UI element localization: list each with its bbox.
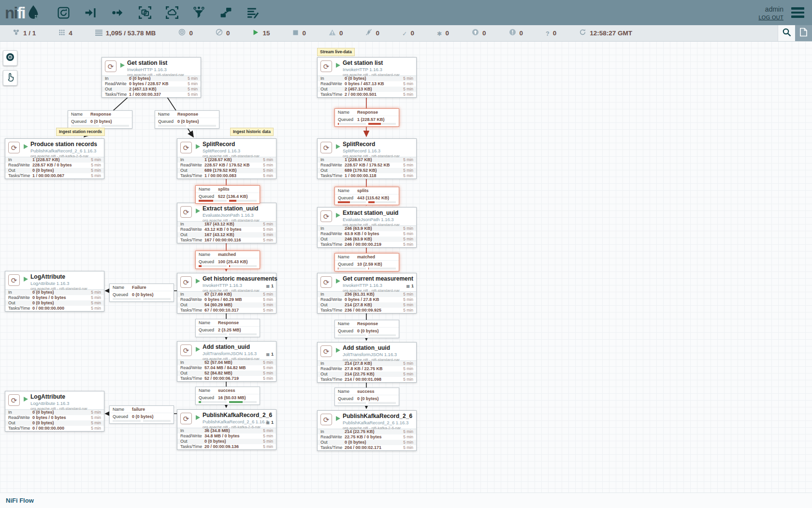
- processor-bundle: org.apache.nifi - nifi-standard-nar: [30, 286, 101, 291]
- stat-window: 5 min: [87, 168, 101, 173]
- active-thread-count: ▦1: [266, 284, 274, 288]
- processor-type-icon: ⟳: [8, 142, 20, 153]
- processor-add-station-uuid-1[interactable]: ⟳Add station_uuidJoltTransformJSON 1.16.…: [177, 341, 276, 382]
- stat-value: 228.57 KB / 179.52 KB: [345, 163, 399, 168]
- processor-icon[interactable]: [56, 4, 72, 21]
- processor-get-current-measurement[interactable]: ⟳Get current measurementInvokeHTTP 1.16.…: [317, 273, 417, 314]
- template-icon[interactable]: [218, 4, 234, 21]
- processor-get-station-list-1[interactable]: ⟳Get station listInvokeHTTP 1.16.3org.ap…: [102, 57, 201, 98]
- connection-queued-row: Queued1 (228.57 KB): [335, 116, 399, 123]
- backpressure-bar-fill: [368, 123, 381, 125]
- processor-stats: In167 (43.12 KB)5 minRead/Write43.12 KB …: [177, 221, 276, 243]
- logout-link[interactable]: LOG OUT: [758, 15, 783, 20]
- disabled-icon: [365, 29, 372, 38]
- stat-window: 5 min: [399, 173, 413, 179]
- breadcrumb-root[interactable]: NiFi Flow: [6, 497, 34, 504]
- stat-row: Tasks/Time1 / 00:00:00.1185 min: [318, 173, 416, 179]
- processor-publish-kafka-record-2[interactable]: ⟳PublishKafkaRecord_2_6PublishKafkaRecor…: [317, 410, 417, 451]
- connection-splits-right[interactable]: NamesplitsQueued443 (115.62 KB): [334, 187, 399, 205]
- processor-stats: In52 (57.04 MB)5 minRead/Write57.04 MB /…: [177, 359, 276, 381]
- connection-response-top-1[interactable]: NameResponseQueued0 (0 bytes): [68, 110, 132, 129]
- connection-success-right[interactable]: NamesuccessQueued0 (0 bytes): [334, 388, 399, 406]
- backpressure-bar-fill: [199, 200, 213, 202]
- backpressure-bar-fill: [229, 333, 230, 335]
- connection-failure-bottom[interactable]: NamefailureQueued0 (0 bytes): [109, 405, 174, 424]
- connection-splits-left[interactable]: NamesplitsQueued522 (136.4 KB): [195, 185, 260, 204]
- connection-success-left[interactable]: NamesuccessQueued16 (50.03 MB): [195, 387, 260, 405]
- connection-name-row: NameResponse: [68, 111, 132, 118]
- invalid-icon: [329, 29, 336, 38]
- input-port-icon[interactable]: [83, 4, 99, 21]
- search-button[interactable]: [778, 25, 795, 41]
- connection-response-right-2[interactable]: NameResponseQueued0 (0 bytes): [334, 320, 399, 338]
- run-status-icon: [196, 347, 200, 352]
- run-status-icon: [336, 416, 340, 421]
- status-invalid-count: 0: [339, 30, 343, 37]
- stat-window: 5 min: [399, 242, 413, 247]
- processor-get-station-list-2[interactable]: ⟳Get station listInvokeHTTP 1.16.3org.ap…: [317, 57, 417, 98]
- processor-header: ⟳Extract station_uuidEvaluateJsonPath 1.…: [177, 203, 276, 221]
- processor-bundle: org.apache.nifi - nifi-standard-nar: [343, 358, 413, 362]
- stat-row: Out167 (43.12 KB)5 min: [177, 232, 276, 238]
- processor-extract-station-uuid-2[interactable]: ⟳Extract station_uuidEvaluateJsonPath 1.…: [317, 207, 417, 248]
- run-status-icon: [336, 213, 340, 218]
- processor-publish-kafka-record-1[interactable]: ⟳PublishKafkaRecord_2_6PublishKafkaRecor…: [177, 409, 276, 450]
- stat-label: Tasks/Time: [8, 173, 32, 179]
- status-locally-modified: ✱0: [437, 29, 449, 38]
- run-status-icon: [24, 277, 28, 282]
- stat-label: Tasks/Time: [180, 444, 204, 449]
- processor-stats: In36 (34.8 MB)5 minRead/Write34.8 MB / 0…: [177, 428, 276, 449]
- processor-log-attribute-2[interactable]: ⟳LogAttributeLogAttribute 1.16.3org.apac…: [5, 391, 104, 432]
- stat-value: 1 / 00:00:00.067: [32, 173, 87, 179]
- backpressure-bar: [71, 125, 99, 127]
- status-not-transmitting-count: 0: [226, 30, 230, 37]
- label-icon[interactable]: [246, 4, 261, 21]
- backpressure-bar: [199, 200, 227, 202]
- funnel-icon[interactable]: [191, 4, 207, 21]
- status-refresh-count: 12:58:27 GMT: [590, 30, 632, 37]
- processor-extract-station-uuid-1[interactable]: ⟳Extract station_uuidEvaluateJsonPath 1.…: [177, 203, 276, 243]
- hand-button[interactable]: [3, 70, 17, 86]
- processor-produce-station-records[interactable]: ⟳Produce station recordsPublishKafkaReco…: [5, 138, 104, 179]
- label-ingest-station-records[interactable]: Ingest station records: [56, 128, 105, 136]
- stat-label: Out: [8, 420, 32, 426]
- processor-split-record-1[interactable]: ⟳SplitRecordSplitRecord 1.16.3org.apache…: [177, 138, 276, 179]
- global-menu-icon[interactable]: [791, 7, 804, 18]
- connection-queued-row: Queued0 (0 bytes): [68, 118, 132, 125]
- connection-response-right-1[interactable]: NameResponseQueued1 (228.57 KB): [334, 108, 399, 127]
- stat-value: 1 / 00:00:00.118: [345, 173, 399, 179]
- process-group-icon[interactable]: [137, 4, 153, 21]
- connection-failure-top[interactable]: NameFailureQueued0 (0 bytes): [109, 284, 174, 302]
- stat-row: Out0 (0 bytes)5 min: [5, 300, 104, 306]
- stat-label: In: [180, 292, 204, 297]
- connection-queued-value: 0 (0 bytes): [357, 396, 379, 401]
- connection-name-value: Response: [357, 321, 378, 326]
- connection-response-top-2[interactable]: NameResponseQueued0 (0 bytes): [155, 110, 219, 129]
- connection-name-row: NameResponse: [196, 319, 260, 327]
- status-stopped: 0: [292, 29, 306, 38]
- connection-matched-left[interactable]: NamematchedQueued100 (25.43 KB): [195, 251, 260, 269]
- threads-icon: [58, 29, 65, 38]
- stat-value: 43.12 KB / 0 bytes: [204, 227, 259, 232]
- remote-process-group-icon[interactable]: [164, 4, 180, 21]
- connection-matched-right[interactable]: NamematchedQueued10 (2.59 KB): [334, 253, 399, 271]
- stat-label: Tasks/Time: [180, 173, 204, 179]
- processor-type: PublishKafkaRecord_2_6 1.16.3: [203, 419, 273, 424]
- settings-panel-button[interactable]: [795, 25, 812, 41]
- observe-button[interactable]: [3, 50, 17, 66]
- connection-queued-value: 10 (2.59 KB): [357, 262, 382, 267]
- stat-row: Tasks/Time52 / 00:00:06.7195 min: [177, 376, 276, 381]
- label-stream-live-data[interactable]: Stream live-data: [317, 48, 355, 56]
- output-port-icon[interactable]: [110, 4, 126, 21]
- stat-window: 5 min: [399, 297, 413, 302]
- status-disabled-count: 0: [376, 30, 379, 37]
- processor-split-record-2[interactable]: ⟳SplitRecordSplitRecord 1.16.3org.apache…: [317, 138, 417, 179]
- processor-log-attribute-1[interactable]: ⟳LogAttributeLogAttribute 1.16.3org.apac…: [5, 271, 104, 312]
- stat-label: In: [180, 428, 204, 433]
- processor-add-station-uuid-2[interactable]: ⟳Add station_uuidJoltTransformJSON 1.16.…: [317, 342, 417, 383]
- backpressure-bar: [338, 123, 366, 125]
- label-ingest-historic-data[interactable]: Ingest historic data: [230, 128, 274, 136]
- connection-response-left-3[interactable]: NameResponseQueued2 (3.25 MB): [195, 319, 260, 337]
- processor-get-historic-measurements[interactable]: ⟳Get historic measurementsInvokeHTTP 1.1…: [177, 273, 276, 314]
- stat-label: In: [8, 290, 32, 295]
